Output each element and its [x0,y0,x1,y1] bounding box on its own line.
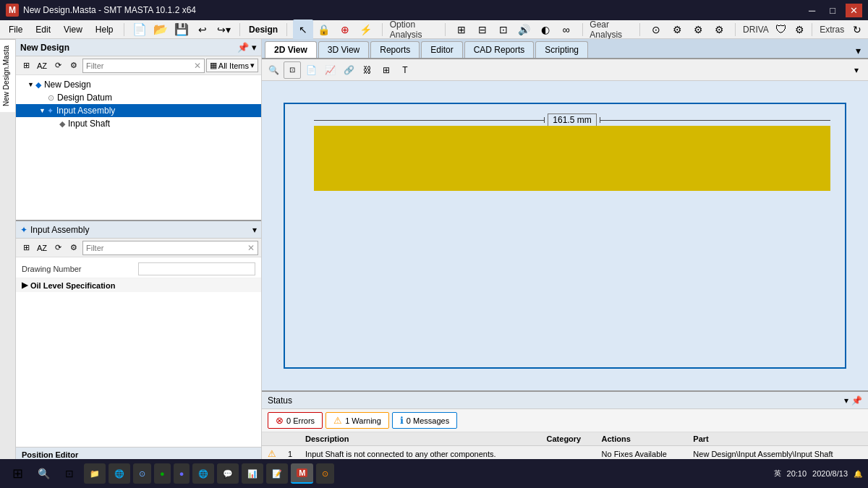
driva-tool[interactable]: ⚙ [791,20,808,40]
lightning-tool[interactable]: ⚡ [356,20,376,40]
view-side-button[interactable]: ▾ [848,61,865,79]
props-filter-input[interactable] [86,244,247,252]
taskbar-app-9[interactable]: 📝 [266,463,288,484]
tab-scripting[interactable]: Scripting [535,41,588,58]
prop-drawing-number-value[interactable] [138,262,256,275]
asm-refresh-button[interactable]: ⟳ [51,59,65,73]
view-graph-button[interactable]: 📈 [321,61,339,79]
tree-item-input-assembly[interactable]: ▼ ✦ Input Assembly [16,104,261,117]
errors-button[interactable]: ⊗ 0 Errors [268,412,323,429]
taskbar-app-3[interactable]: ⊙ [133,463,151,484]
taskbar-masta[interactable]: M [291,463,313,484]
redo-dropdown[interactable]: ↪▾ [213,20,234,40]
lock-tool[interactable]: 🔒 [314,20,334,40]
taskbar-app-10[interactable]: ⊙ [316,463,334,484]
warnings-button[interactable]: ⚠ 1 Warning [326,412,389,429]
view-chain-button[interactable]: ⛓ [359,61,376,79]
props-settings-button[interactable]: ⚙ [67,241,81,255]
filter-clear-button[interactable]: ✕ [194,61,201,71]
analysis-tool-2[interactable]: ⊟ [472,20,493,40]
extras-label[interactable]: Extras [817,25,847,35]
vtab-new-design-masta[interactable]: New Design.Masta [0,39,15,112]
cursor-tool[interactable]: ↖ [293,20,313,40]
driva-icon[interactable]: 🛡 [773,20,790,40]
taskbar-app-7[interactable]: 💬 [217,463,239,484]
view-zoom-button[interactable]: 🔍 [265,61,282,79]
driva-label[interactable]: DRIVA [740,25,772,35]
new-file-button[interactable]: 📄 [129,20,150,40]
props-filter-clear[interactable]: ✕ [247,243,255,253]
analysis-tool-3[interactable]: ⊡ [493,20,514,40]
tree-item-design-datum[interactable]: ⊙ Design Datum [16,91,261,104]
gear-tool-3[interactable]: ⚙ [688,20,708,40]
view-link-button[interactable]: 🔗 [340,61,357,79]
tab-editor[interactable]: Editor [421,41,462,58]
menu-help[interactable]: Help [90,23,119,36]
view-zoom-fit-button[interactable]: ⊡ [284,61,301,79]
props-content: Drawing Number ▶ Oil Level Specification [16,257,261,447]
status-dropdown-button[interactable]: ▾ [844,395,848,406]
analysis-tool-6[interactable]: ∞ [556,20,576,40]
assembly-pin-button[interactable]: 📌 [237,42,249,53]
messages-button[interactable]: ℹ 0 Messages [392,412,457,429]
taskbar-app-8[interactable]: 📊 [242,463,263,484]
gear-tool-4[interactable]: ⚙ [709,20,729,40]
notification-area[interactable]: 🔔 [854,470,862,478]
gear-tool-2[interactable]: ⚙ [667,20,687,40]
view-text-button[interactable]: T [396,61,414,79]
col-category: Category [541,432,596,446]
expand-new-design[interactable]: ▼ [27,81,34,88]
option-analysis-label[interactable]: Option Analysis [387,20,441,40]
props-az-button[interactable]: AZ [35,241,49,255]
props-dropdown[interactable]: ▾ [252,225,257,235]
task-view-button[interactable]: ⊡ [58,462,81,485]
assembly-close-button[interactable]: ▾ [252,42,257,53]
props-sort-button[interactable]: ⊞ [19,241,33,255]
tab-scroll-button[interactable]: ▾ [851,43,865,58]
taskbar-app-4[interactable]: ● [154,463,171,484]
asm-az-button[interactable]: AZ [35,59,49,73]
asm-settings-button[interactable]: ⚙ [67,59,81,73]
status-pin-button[interactable]: 📌 [851,395,862,406]
design-label[interactable]: Design [244,23,282,36]
save-file-button[interactable]: 💾 [171,20,192,40]
analysis-tool-5[interactable]: ◐ [535,20,556,40]
prop-section-oil-level[interactable]: ▶ Oil Level Specification [16,278,261,292]
close-button[interactable]: ✕ [846,4,862,17]
tab-reports[interactable]: Reports [370,41,420,58]
open-file-button[interactable]: 📂 [150,20,171,40]
undo-button[interactable]: ↩ [192,20,213,40]
menu-edit[interactable]: Edit [30,23,56,36]
add-tool[interactable]: ⊕ [335,20,355,40]
taskbar-explorer[interactable]: 📁 [84,463,106,484]
app4-icon: ● [160,469,165,478]
asm-sort-button[interactable]: ⊞ [19,59,33,73]
gear-tool-1[interactable]: ⊙ [646,20,666,40]
extras-tool[interactable]: ↻ [848,20,865,40]
taskbar-app-6[interactable]: 🌐 [192,463,214,484]
gear-analysis-label[interactable]: Gear Analysis [587,20,635,40]
tab-2d-view[interactable]: 2D View [265,41,317,58]
analysis-tool-4[interactable]: 🔊 [514,20,535,40]
taskbar-app-5[interactable]: ● [174,463,190,484]
all-items-button[interactable]: ▦ All Items ▾ [206,59,258,72]
tree-item-input-shaft[interactable]: ◆ Input Shaft [16,117,261,130]
view-fit-page-button[interactable]: 📄 [302,61,320,79]
view-expand-button[interactable]: ⊞ [378,61,395,79]
tab-3d-view[interactable]: 3D View [318,41,369,58]
maximize-button[interactable]: □ [825,4,840,17]
search-button[interactable]: 🔍 [32,462,55,485]
menu-file[interactable]: File [3,23,28,36]
start-button[interactable]: ⊞ [6,462,29,485]
tab-cad-reports[interactable]: CAD Reports [464,41,535,58]
analysis-tool-1[interactable]: ⊞ [451,20,472,40]
canvas-area[interactable]: 161.5 mm [262,81,868,390]
prop-drawing-number-label: Drawing Number [22,265,138,273]
minimize-button[interactable]: ─ [804,4,820,17]
tree-item-new-design[interactable]: ▼ ◆ New Design [16,78,261,91]
expand-input-assembly[interactable]: ▼ [39,107,46,114]
assembly-filter-input[interactable] [86,61,194,70]
taskbar-edge[interactable]: 🌐 [109,463,130,484]
menu-view[interactable]: View [58,23,88,36]
props-refresh-button[interactable]: ⟳ [51,241,65,255]
